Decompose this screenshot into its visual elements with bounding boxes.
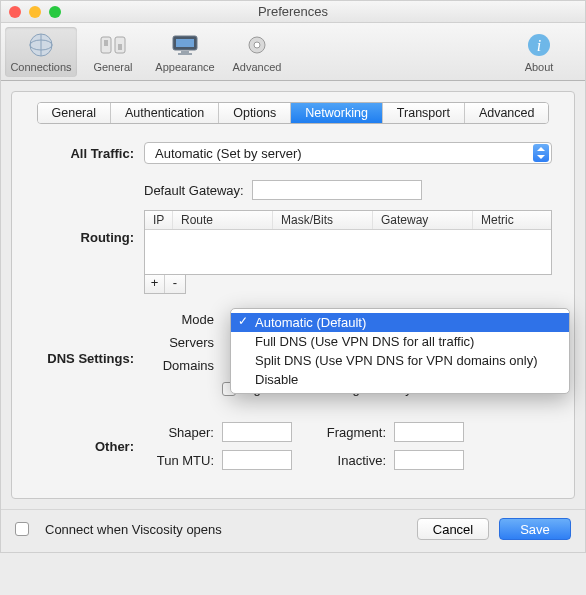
toolbar-about[interactable]: i About	[503, 27, 575, 77]
all-traffic-label: All Traffic:	[34, 146, 144, 161]
svg-text:i: i	[537, 37, 541, 54]
domains-label: Domains	[144, 358, 222, 373]
tabs-row: General Authentication Options Networkin…	[12, 92, 574, 138]
menu-item-automatic[interactable]: Automatic (Default)	[231, 313, 569, 332]
menu-item-disable[interactable]: Disable	[231, 370, 569, 389]
default-gateway-label: Default Gateway:	[144, 183, 244, 198]
info-icon: i	[523, 31, 555, 59]
dns-section: DNS Settings: Mode Servers Domains	[34, 312, 552, 404]
toolbar-label: General	[77, 61, 149, 73]
dns-label: DNS Settings:	[34, 351, 144, 366]
tab-networking[interactable]: Networking	[291, 103, 383, 123]
all-traffic-value: Automatic (Set by server)	[155, 146, 302, 161]
toolbar-label: Advanced	[221, 61, 293, 73]
svg-rect-5	[104, 40, 108, 46]
svg-rect-9	[181, 51, 189, 53]
tunmtu-label: Tun MTU:	[144, 453, 222, 468]
settings-sheet: General Authentication Options Networkin…	[11, 91, 575, 499]
close-icon[interactable]	[9, 6, 21, 18]
zoom-icon[interactable]	[49, 6, 61, 18]
svg-point-12	[254, 42, 260, 48]
servers-label: Servers	[144, 335, 222, 350]
other-section: Other: Shaper: Fragment:	[34, 422, 552, 470]
tab-authentication[interactable]: Authentication	[111, 103, 219, 123]
toolbar-label: About	[503, 61, 575, 73]
chevron-updown-icon	[533, 144, 549, 162]
dns-mode-menu[interactable]: Automatic (Default) Full DNS (Use VPN DN…	[230, 308, 570, 394]
toolbar-connections[interactable]: Connections	[5, 27, 77, 77]
table-body[interactable]	[145, 230, 551, 274]
inactive-label: Inactive:	[316, 453, 394, 468]
mode-label: Mode	[144, 312, 222, 327]
shaper-label: Shaper:	[144, 425, 222, 440]
routing-table: IP Route Mask/Bits Gateway Metric	[144, 210, 552, 275]
toolbar-appearance[interactable]: Appearance	[149, 27, 221, 77]
col-gateway[interactable]: Gateway	[373, 211, 473, 229]
networking-body: All Traffic: Automatic (Set by server) R…	[12, 138, 574, 488]
svg-rect-6	[118, 44, 122, 50]
preferences-window: Preferences Connections General Appearan…	[0, 0, 586, 553]
default-gateway-input[interactable]	[252, 180, 422, 200]
routing-label: Routing:	[34, 230, 144, 245]
tab-transport[interactable]: Transport	[383, 103, 465, 123]
col-metric[interactable]: Metric	[473, 211, 551, 229]
window-title: Preferences	[1, 1, 585, 23]
shaper-input[interactable]	[222, 422, 292, 442]
toolbar: Connections General Appearance Advanced …	[1, 23, 585, 81]
save-button[interactable]: Save	[499, 518, 571, 540]
toolbar-label: Connections	[5, 61, 77, 73]
all-traffic-row: All Traffic: Automatic (Set by server)	[34, 142, 552, 164]
footer: Connect when Viscosity opens Cancel Save	[1, 509, 585, 552]
connect-on-open-checkbox[interactable]	[15, 522, 29, 536]
svg-rect-8	[176, 39, 194, 47]
menu-item-split-dns[interactable]: Split DNS (Use VPN DNS for VPN domains o…	[231, 351, 569, 370]
routing-row: Routing: Default Gateway: IP Route Mask/…	[34, 180, 552, 294]
connect-on-open-label: Connect when Viscosity opens	[45, 522, 222, 537]
col-mask[interactable]: Mask/Bits	[273, 211, 373, 229]
cancel-button[interactable]: Cancel	[417, 518, 489, 540]
gear-icon	[241, 31, 273, 59]
add-remove: + -	[144, 275, 186, 294]
add-route-button[interactable]: +	[145, 275, 165, 293]
svg-rect-10	[178, 53, 192, 55]
toolbar-advanced[interactable]: Advanced	[221, 27, 293, 77]
window-traffic-lights	[9, 6, 61, 18]
display-icon	[169, 31, 201, 59]
col-route[interactable]: Route	[173, 211, 273, 229]
globe-icon	[25, 31, 57, 59]
toolbar-label: Appearance	[149, 61, 221, 73]
sliders-icon	[97, 31, 129, 59]
tab-options[interactable]: Options	[219, 103, 291, 123]
remove-route-button[interactable]: -	[165, 275, 185, 293]
titlebar: Preferences	[1, 1, 585, 23]
toolbar-general[interactable]: General	[77, 27, 149, 77]
minimize-icon[interactable]	[29, 6, 41, 18]
inactive-input[interactable]	[394, 450, 464, 470]
fragment-input[interactable]	[394, 422, 464, 442]
fragment-label: Fragment:	[316, 425, 394, 440]
tunmtu-input[interactable]	[222, 450, 292, 470]
other-label: Other:	[34, 439, 144, 454]
menu-item-full-dns[interactable]: Full DNS (Use VPN DNS for all traffic)	[231, 332, 569, 351]
tab-general[interactable]: General	[38, 103, 111, 123]
tab-advanced[interactable]: Advanced	[465, 103, 549, 123]
all-traffic-popup[interactable]: Automatic (Set by server)	[144, 142, 552, 164]
col-ip[interactable]: IP	[145, 211, 173, 229]
tabs: General Authentication Options Networkin…	[37, 102, 550, 124]
